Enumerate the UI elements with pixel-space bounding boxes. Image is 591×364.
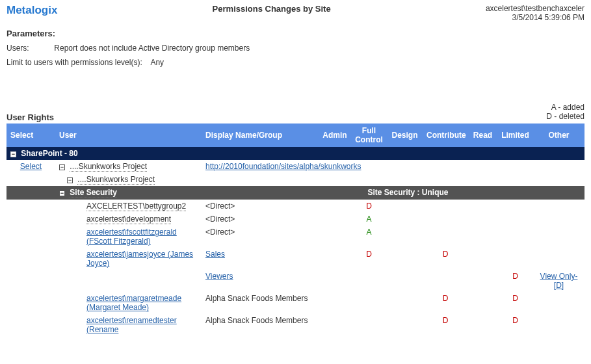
table-row: AXCELERTEST\bettygroup2<Direct>D (7, 200, 584, 213)
mark-limited (497, 226, 533, 248)
mark-admin (319, 248, 351, 270)
collapse-icon[interactable]: − (59, 164, 65, 170)
table-row: axcelertest\fscottfitzgerald (FScott Fit… (7, 226, 584, 248)
table-row: axcelertest\margaretmeade (Margaret Mead… (7, 292, 584, 314)
mark-limited: D (497, 270, 533, 292)
user-name[interactable]: axcelertest\renamedtester (Rename (86, 316, 177, 334)
mark-contribute (423, 270, 468, 292)
mark-read (468, 314, 497, 336)
mark-design (387, 226, 423, 248)
display-group: Alpha Snack Foods Members (205, 316, 308, 325)
col-contribute: Contribute (423, 124, 468, 147)
col-design: Design (387, 124, 423, 147)
collapse-icon[interactable]: − (59, 190, 65, 196)
mark-full (351, 270, 387, 292)
mark-design (387, 200, 423, 213)
display-group: Alpha Snack Foods Members (205, 294, 308, 303)
col-select: Select (7, 124, 55, 147)
mark-design (387, 314, 423, 336)
mark-design (387, 213, 423, 226)
mark-design (387, 270, 423, 292)
mark-contribute: D (423, 314, 468, 336)
mark-full (351, 292, 387, 314)
mark-admin (319, 292, 351, 314)
table-row: axcelertest\renamedtester (RenameAlpha S… (7, 314, 584, 336)
col-user: User (55, 124, 202, 147)
user-name: axcelertest\development (86, 214, 171, 224)
collapse-icon[interactable]: − (67, 177, 73, 183)
display-group: <Direct> (205, 228, 235, 237)
select-link[interactable]: Select (20, 162, 42, 171)
mark-limited (497, 213, 533, 226)
col-other: Other (533, 124, 584, 147)
col-read: Read (468, 124, 497, 147)
mark-read (468, 292, 497, 314)
table-row: axcelertest\jamesjoyce (James Joyce)Sale… (7, 248, 584, 270)
project-url[interactable]: http://2010foundation/sites/alpha/skunkw… (205, 162, 361, 171)
report-title: Permissions Changes by Site (57, 4, 486, 14)
user-name: AXCELERTEST\bettygroup2 (86, 202, 186, 211)
mark-contribute (423, 200, 468, 213)
mark-limited: D (497, 314, 533, 336)
mark-limited (497, 200, 533, 213)
mark-contribute: D (423, 292, 468, 314)
table-row: axcelertest\development<Direct>A (7, 213, 584, 226)
mark-full (351, 314, 387, 336)
legend-deleted: D - deleted (7, 112, 584, 121)
mark-design (387, 248, 423, 270)
col-limited: Limited (497, 124, 533, 147)
other-value[interactable]: View Only-[D] (540, 272, 578, 290)
permissions-table: Select User Display Name/Group Admin Ful… (7, 124, 584, 336)
mark-read (468, 200, 497, 213)
report-timestamp: 3/5/2014 5:39:06 PM (486, 13, 584, 22)
project-label: ....Skunkworks Project (70, 162, 147, 172)
mark-read (468, 226, 497, 248)
param-users-label: Users: (7, 44, 52, 53)
table-row: ViewersDView Only-[D] (7, 270, 584, 292)
brand-logo: Metalogix (7, 4, 57, 17)
mark-read (468, 248, 497, 270)
mark-limited (497, 248, 533, 270)
mark-contribute (423, 226, 468, 248)
display-group: <Direct> (205, 214, 235, 224)
mark-full: A (351, 226, 387, 248)
parameters-heading: Parameters: (7, 29, 584, 38)
mark-full: A (351, 213, 387, 226)
mark-full: D (351, 248, 387, 270)
mark-read (468, 213, 497, 226)
mark-admin (319, 270, 351, 292)
section-unique: Site Security : Unique (319, 186, 497, 200)
report-user: axcelertest\testbenchaxceler (486, 4, 584, 13)
param-level-label: Limit to users with permissions level(s)… (7, 58, 142, 67)
display-group[interactable]: Sales (205, 250, 225, 259)
site-name: SharePoint - 80 (21, 149, 77, 158)
user-name[interactable]: axcelertest\jamesjoyce (James Joyce) (86, 250, 193, 268)
mark-admin (319, 200, 351, 213)
mark-read (468, 270, 497, 292)
section-label: Site Security (70, 188, 117, 198)
param-level-value: Any (150, 58, 164, 67)
col-full: Full Control (351, 124, 387, 147)
mark-admin (319, 213, 351, 226)
legend-added: A - added (7, 103, 584, 112)
display-group[interactable]: Viewers (205, 272, 233, 281)
project-sublabel: ....Skunkworks Project (77, 175, 155, 185)
user-name[interactable]: axcelertest\margaretmeade (Margaret Mead… (86, 294, 181, 312)
col-display: Display Name/Group (202, 124, 319, 147)
mark-contribute (423, 213, 468, 226)
mark-limited: D (497, 292, 533, 314)
mark-full: D (351, 200, 387, 213)
mark-admin (319, 314, 351, 336)
collapse-icon[interactable]: − (10, 151, 16, 157)
display-group: <Direct> (205, 202, 235, 211)
param-users-value: Report does not include Active Directory… (54, 44, 250, 53)
mark-admin (319, 226, 351, 248)
user-name[interactable]: axcelertest\fscottfitzgerald (FScott Fit… (86, 228, 177, 246)
mark-design (387, 292, 423, 314)
mark-contribute: D (423, 248, 468, 270)
col-admin: Admin (319, 124, 351, 147)
